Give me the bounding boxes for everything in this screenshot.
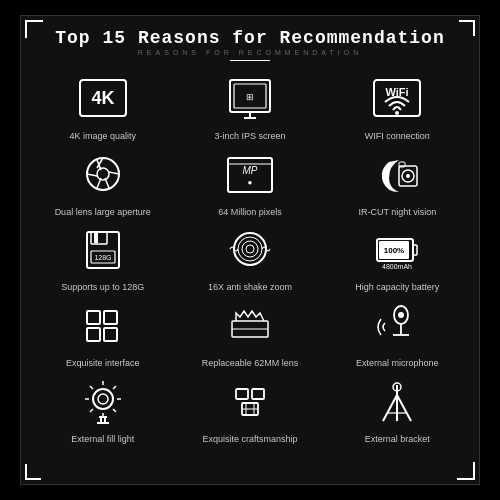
- svg-line-72: [383, 395, 397, 421]
- feature-zoom: 16X anti shake zoom: [178, 224, 321, 294]
- svg-line-73: [397, 395, 411, 421]
- feature-storage: 128G Supports up to 128G: [31, 224, 174, 294]
- svg-rect-28: [91, 232, 107, 244]
- label-battery: High capacity battery: [355, 282, 439, 294]
- icon-zoom: [223, 224, 277, 278]
- icon-battery: 100% 4800mAh: [370, 224, 424, 278]
- label-aperture: Dual lens large aperture: [55, 207, 151, 219]
- feature-4k: 4K 4K image quality: [31, 73, 174, 143]
- svg-rect-44: [104, 328, 117, 341]
- feature-ips: ⊞ 3-inch IPS screen: [178, 73, 321, 143]
- label-wifi: WIFI connection: [365, 131, 430, 143]
- icon-storage: 128G: [76, 224, 130, 278]
- icon-interface: [76, 300, 130, 354]
- icon-lens: [223, 300, 277, 354]
- label-ips: 3-inch IPS screen: [214, 131, 285, 143]
- label-4k: 4K image quality: [69, 131, 136, 143]
- feature-battery: 100% 4800mAh High capacity battery: [326, 224, 469, 294]
- svg-line-60: [113, 409, 116, 412]
- feature-ircut: IR-CUT night vision: [326, 149, 469, 219]
- icon-aperture: [76, 149, 130, 203]
- svg-point-35: [246, 245, 254, 253]
- label-craftsmanship: Exquisite craftsmanship: [202, 434, 297, 446]
- svg-point-51: [93, 389, 113, 409]
- svg-line-57: [90, 386, 93, 389]
- svg-line-16: [97, 178, 101, 188]
- svg-point-48: [398, 312, 404, 318]
- label-storage: Supports up to 128G: [61, 282, 144, 294]
- svg-rect-65: [236, 389, 248, 399]
- svg-text:4800mAh: 4800mAh: [382, 263, 412, 270]
- feature-craftsmanship: Exquisite craftsmanship: [178, 376, 321, 446]
- label-zoom: 16X anti shake zoom: [208, 282, 292, 294]
- feature-wifi: WiFi WIFI connection: [326, 73, 469, 143]
- svg-point-25: [406, 174, 410, 178]
- svg-line-58: [113, 386, 116, 389]
- svg-rect-43: [87, 328, 100, 341]
- icon-ircut: [370, 149, 424, 203]
- svg-point-12: [97, 168, 109, 180]
- icon-ips: ⊞: [223, 73, 277, 127]
- svg-rect-37: [413, 245, 417, 255]
- svg-point-34: [242, 241, 258, 257]
- icon-4k: 4K: [76, 73, 130, 127]
- features-grid: 4K 4K image quality ⊞ 3-inch IPS screen: [31, 73, 469, 445]
- feature-interface: Exquisite interface: [31, 300, 174, 370]
- label-mp: 64 Million pixels: [218, 207, 282, 219]
- svg-point-32: [234, 233, 266, 265]
- svg-text:⊞: ⊞: [246, 92, 254, 102]
- svg-line-59: [90, 409, 93, 412]
- label-lens: Replaceable 62MM lens: [202, 358, 299, 370]
- icon-filllight: [76, 376, 130, 430]
- sub-title: REASONS FOR RECOMMENDATION: [55, 49, 444, 56]
- svg-rect-66: [252, 389, 264, 399]
- svg-rect-42: [104, 311, 117, 324]
- svg-text:●: ●: [248, 178, 253, 187]
- svg-rect-29: [94, 233, 98, 243]
- svg-line-17: [87, 174, 97, 176]
- title-divider: [230, 60, 270, 61]
- icon-bracket: [370, 376, 424, 430]
- svg-text:MP: MP: [242, 165, 257, 176]
- feature-mp: MP ● 64 Million pixels: [178, 149, 321, 219]
- feature-mic: External microphone: [326, 300, 469, 370]
- main-title: Top 15 Reasons for Recommendation: [55, 28, 444, 48]
- label-ircut: IR-CUT night vision: [358, 207, 436, 219]
- label-filllight: External fill light: [71, 434, 134, 446]
- corner-tr: [459, 20, 475, 36]
- feature-aperture: Dual lens large aperture: [31, 149, 174, 219]
- label-bracket: External bracket: [365, 434, 430, 446]
- svg-point-52: [98, 394, 108, 404]
- icon-wifi: WiFi: [370, 73, 424, 127]
- svg-point-11: [87, 158, 119, 190]
- feature-bracket: External bracket: [326, 376, 469, 446]
- svg-point-10: [395, 111, 399, 115]
- main-container: Top 15 Reasons for Recommendation REASON…: [20, 15, 480, 485]
- corner-bl: [25, 464, 41, 480]
- svg-text:100%: 100%: [384, 246, 404, 255]
- label-interface: Exquisite interface: [66, 358, 140, 370]
- svg-line-15: [105, 178, 109, 188]
- icon-craftsmanship: [223, 376, 277, 430]
- feature-lens: Replaceable 62MM lens: [178, 300, 321, 370]
- icon-mic: [370, 300, 424, 354]
- svg-line-14: [109, 172, 119, 174]
- feature-filllight: External fill light: [31, 376, 174, 446]
- svg-text:128G: 128G: [94, 254, 111, 261]
- icon-mp: MP ●: [223, 149, 277, 203]
- svg-text:4K: 4K: [91, 88, 114, 108]
- svg-rect-41: [87, 311, 100, 324]
- title-block: Top 15 Reasons for Recommendation REASON…: [55, 28, 444, 65]
- label-mic: External microphone: [356, 358, 439, 370]
